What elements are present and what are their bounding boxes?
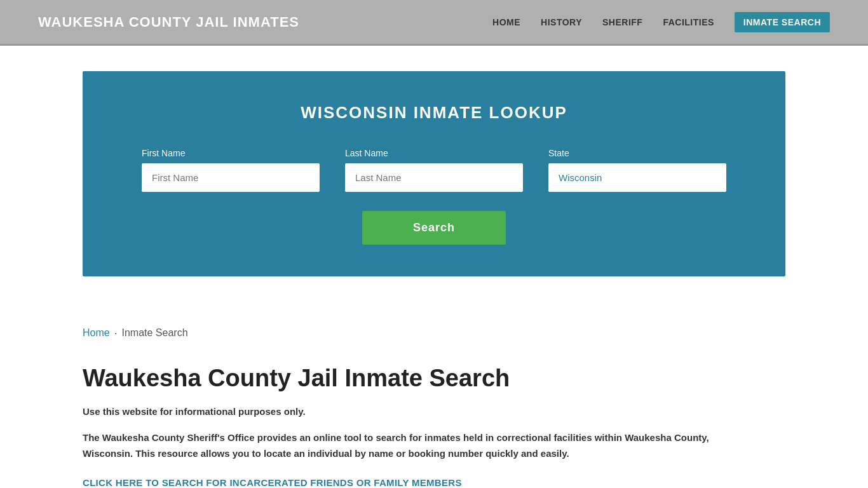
breadcrumb: Home • Inmate Search	[83, 327, 785, 339]
search-button[interactable]: Search	[362, 211, 506, 245]
first-name-input[interactable]	[142, 163, 320, 192]
search-banner: WISCONSIN INMATE LOOKUP First Name Last …	[83, 71, 785, 276]
last-name-input[interactable]	[345, 163, 523, 192]
nav-inmate-search[interactable]: INMATE SEARCH	[735, 12, 830, 32]
first-name-label: First Name	[142, 148, 320, 158]
disclaimer-text: Use this website for informational purpo…	[83, 406, 785, 417]
description-text: The Waukesha County Sheriff's Office pro…	[83, 430, 750, 462]
search-banner-title: WISCONSIN INMATE LOOKUP	[121, 103, 747, 123]
nav-home[interactable]: HOME	[492, 17, 520, 27]
breadcrumb-home-link[interactable]: Home	[83, 327, 110, 339]
site-header: WAUKESHA COUNTY JAIL INMATES HOME HISTOR…	[0, 0, 868, 46]
state-input[interactable]	[548, 163, 726, 192]
state-group: State	[548, 148, 726, 192]
nav-history[interactable]: HISTORY	[541, 17, 582, 27]
breadcrumb-current: Inmate Search	[122, 327, 188, 339]
nav-facilities[interactable]: FACILITIES	[663, 17, 714, 27]
page-title: Waukesha County Jail Inmate Search	[83, 364, 785, 393]
site-logo[interactable]: WAUKESHA COUNTY JAIL INMATES	[38, 14, 299, 30]
last-name-label: Last Name	[345, 148, 523, 158]
first-name-group: First Name	[142, 148, 320, 192]
nav-sheriff[interactable]: SHERIFF	[602, 17, 642, 27]
search-fields-row: First Name Last Name State	[121, 148, 747, 192]
main-nav: HOME HISTORY SHERIFF FACILITIES INMATE S…	[492, 12, 830, 32]
state-label: State	[548, 148, 726, 158]
last-name-group: Last Name	[345, 148, 523, 192]
search-cta-link[interactable]: CLICK HERE to Search for Incarcerated Fr…	[83, 477, 462, 488]
inmate-search-form: First Name Last Name State Search	[121, 148, 747, 245]
main-content: Home • Inmate Search Waukesha County Jai…	[0, 302, 868, 488]
breadcrumb-separator: •	[115, 330, 117, 336]
